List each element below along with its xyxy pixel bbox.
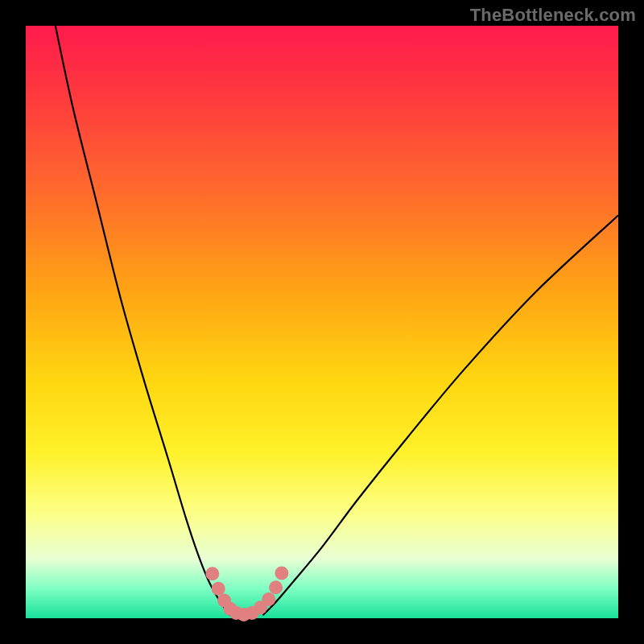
bottleneck-marker: [205, 567, 219, 580]
curve-right-branch: [262, 216, 618, 616]
curve-left-branch: [56, 26, 230, 615]
bottleneck-markers: [205, 567, 288, 622]
bottleneck-marker: [212, 582, 225, 596]
chart-frame: TheBottleneck.com: [0, 0, 644, 644]
plot-area: [26, 26, 618, 618]
chart-svg: [26, 26, 618, 618]
bottleneck-marker: [275, 567, 288, 580]
watermark-text: TheBottleneck.com: [470, 5, 636, 26]
bottleneck-marker: [262, 592, 275, 606]
bottleneck-marker: [269, 580, 283, 594]
